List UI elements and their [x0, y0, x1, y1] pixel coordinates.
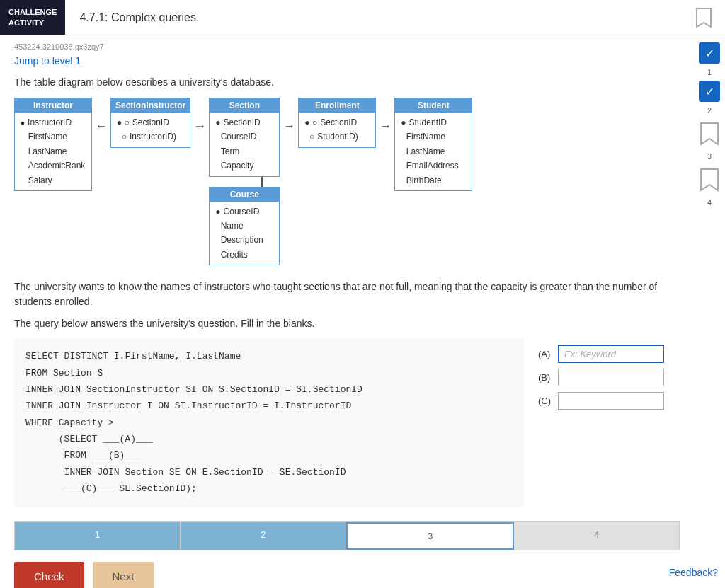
challenge-badge: CHALLENGE ACTIVITY — [0, 0, 65, 35]
arrow-4: → — [376, 119, 394, 134]
jump-to-level-link[interactable]: Jump to level 1 — [14, 55, 81, 67]
level-2-label: 2 — [707, 106, 712, 115]
input-b-label: (B) — [538, 372, 552, 383]
progress-1[interactable]: 1 — [15, 522, 181, 550]
header: CHALLENGE ACTIVITY 4.7.1: Complex querie… — [0, 0, 725, 35]
progress-3[interactable]: 3 — [346, 522, 514, 550]
code-line-4: INNER JOIN Instructor I ON SI.Instructor… — [25, 398, 513, 414]
level-3-bookmark[interactable] — [700, 122, 719, 148]
breadcrumb: 453224.3210038.qx3zqy7 — [14, 42, 680, 51]
level-2-check[interactable]: ✓ — [699, 81, 720, 102]
code-line-3: INNER JOIN SectionInstructor SI ON S.Sec… — [25, 381, 513, 398]
course-table: Course ● CourseID Name Description Credi… — [209, 187, 280, 266]
level-4-bookmark[interactable] — [700, 168, 719, 194]
description-3: The query below answers the university's… — [14, 316, 680, 331]
svg-marker-1 — [701, 123, 718, 144]
code-line-2: FROM Section S — [25, 365, 513, 381]
code-line-9: ___(C)___ SE.SectionID); — [25, 480, 513, 497]
code-line-6: (SELECT ___(A)___ — [25, 431, 513, 447]
page-title: 4.7.1: Complex queries. — [65, 11, 690, 24]
description-2: The university wants to know the names o… — [14, 279, 680, 309]
feedback-link[interactable]: Feedback? — [669, 567, 718, 578]
next-button[interactable]: Next — [93, 562, 154, 588]
student-table: Student ● StudentID FirstName LastName E… — [394, 98, 472, 191]
section-instructor-table: SectionInstructor ● ○ SectionID ○ Instru… — [110, 98, 190, 148]
arrow-1: ← — [92, 119, 110, 134]
inputs-area: (A) (B) (C) — [538, 338, 680, 410]
enrollment-table-header: Enrollment — [299, 98, 375, 113]
input-a-field[interactable] — [558, 345, 664, 363]
input-row-b: (B) — [538, 369, 680, 386]
input-c-label: (C) — [538, 396, 552, 406]
level-4-label: 4 — [707, 198, 712, 207]
query-block: SELECT DISTINCT I.FirstName, I.LastName … — [14, 338, 680, 507]
bookmark-icon[interactable] — [690, 4, 718, 32]
input-row-c: (C) — [538, 392, 680, 410]
progress-2[interactable]: 2 — [181, 522, 346, 550]
description-1: The table diagram below describes a univ… — [14, 76, 680, 88]
level-1-label: 1 — [707, 68, 712, 76]
input-b-field[interactable] — [558, 369, 664, 386]
enrollment-table: Enrollment ● ○ SectionID ○ StudentID) — [298, 98, 376, 148]
db-diagram: Instructor ● InstructorID FirstName Last… — [14, 98, 680, 265]
level-sidebar: ✓ 1 ✓ 2 3 4 — [694, 35, 725, 207]
progress-4[interactable]: 4 — [514, 522, 679, 550]
code-area: SELECT DISTINCT I.FirstName, I.LastName … — [14, 338, 524, 507]
input-a-label: (A) — [538, 349, 552, 359]
main-content: 453224.3210038.qx3zqy7 Jump to level 1 T… — [0, 35, 694, 588]
input-c-field[interactable] — [558, 392, 664, 410]
svg-marker-2 — [701, 169, 718, 190]
section-instructor-header: SectionInstructor — [111, 98, 190, 113]
instructor-table-header: Instructor — [15, 98, 91, 113]
arrow-2: → — [190, 119, 209, 134]
code-line-1: SELECT DISTINCT I.FirstName, I.LastName — [25, 348, 513, 364]
level-3-label: 3 — [707, 152, 712, 161]
progress-bar: 1 2 3 4 — [14, 521, 680, 550]
section-course-col: Section ● SectionID CourseID Term Capaci… — [209, 98, 280, 265]
instructor-table: Instructor ● InstructorID FirstName Last… — [14, 98, 92, 191]
arrow-3: → — [280, 119, 298, 134]
student-table-header: Student — [395, 98, 472, 113]
section-table-header: Section — [210, 98, 279, 113]
code-line-8: INNER JOIN Section SE ON E.SectionID = S… — [25, 464, 513, 480]
svg-marker-0 — [697, 8, 711, 27]
code-line-5: WHERE Capacity > — [25, 415, 513, 431]
course-table-header: Course — [210, 188, 279, 202]
button-row: Check Next — [14, 562, 680, 588]
input-row-a: (A) — [538, 345, 680, 363]
section-table: Section ● SectionID CourseID Term Capaci… — [209, 98, 280, 177]
level-1-check[interactable]: ✓ — [699, 42, 720, 64]
check-button[interactable]: Check — [14, 562, 84, 588]
code-line-7: FROM ___(B)___ — [25, 447, 513, 463]
